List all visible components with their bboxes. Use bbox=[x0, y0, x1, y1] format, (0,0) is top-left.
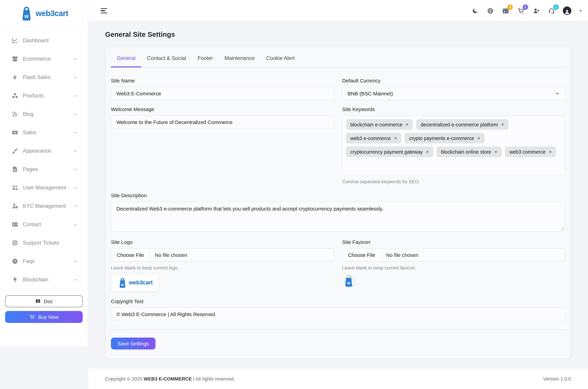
svg-text:?: ? bbox=[14, 259, 16, 263]
site-name-input[interactable] bbox=[111, 87, 334, 100]
sidebar-item-label: Faqs bbox=[23, 258, 73, 264]
resize-handle-icon[interactable] bbox=[560, 227, 564, 230]
keyword-tag[interactable]: decentralized e-commerce platform × bbox=[416, 119, 508, 130]
user-avatar[interactable] bbox=[563, 6, 571, 15]
sidebar-item-label: Ecommerce bbox=[23, 56, 73, 62]
choose-file-button[interactable]: Choose File bbox=[111, 249, 150, 261]
settings-tabs: General Contact & Social Footer Maintena… bbox=[111, 55, 565, 67]
site-logo-group: Site Logo Choose File No file chosen Lea… bbox=[111, 239, 334, 292]
remove-tag-button[interactable]: × bbox=[495, 149, 497, 154]
top-header: 1 1 bbox=[88, 0, 588, 22]
copyright-text-input[interactable] bbox=[111, 308, 565, 321]
remove-tag-button[interactable]: × bbox=[477, 135, 480, 141]
svg-text:w: w bbox=[121, 282, 124, 287]
settings-card: General Contact & Social Footer Maintena… bbox=[105, 47, 571, 359]
sidebar-item-products[interactable]: Products bbox=[0, 87, 88, 105]
site-logo-preview: w web3cart bbox=[111, 274, 159, 292]
remove-tag-button[interactable]: × bbox=[502, 122, 504, 127]
dark-mode-button[interactable] bbox=[471, 7, 479, 15]
keyword-tag[interactable]: web3 e-commerce × bbox=[346, 133, 401, 143]
site-logo-helper: Leave blank to keep current logo. bbox=[111, 265, 334, 270]
sidebar-item-label: KYC Management bbox=[23, 203, 73, 209]
chevron-down-icon bbox=[73, 57, 78, 61]
brand-logo[interactable]: w web3cart bbox=[0, 0, 88, 27]
sidebar-item-pages[interactable]: Pages bbox=[0, 160, 88, 178]
remove-tag-button[interactable]: × bbox=[549, 149, 552, 154]
sidebar-item-support-tickets[interactable]: Support Tickets bbox=[0, 234, 88, 252]
chevron-down-icon bbox=[73, 167, 78, 171]
sidebar-item-label: Sales bbox=[23, 130, 73, 135]
chart-line-icon bbox=[11, 37, 18, 44]
buy-now-button[interactable]: Buy Now bbox=[5, 311, 83, 323]
brand-name: web3cart bbox=[129, 279, 152, 286]
sidebar-item-label: Blockchain bbox=[23, 277, 73, 283]
remove-tag-button[interactable]: × bbox=[406, 122, 408, 127]
keyword-tag[interactable]: crypto payments e-commerce × bbox=[405, 133, 485, 143]
chevron-down-icon bbox=[73, 149, 78, 153]
globe-icon bbox=[487, 7, 494, 14]
sidebar-item-dashboard[interactable]: Dashboard bbox=[0, 31, 88, 50]
site-logo-file-input[interactable]: Choose File No file chosen bbox=[111, 248, 334, 261]
sidebar-item-label: Support Tickets bbox=[23, 240, 78, 246]
brand-name: web3cart bbox=[36, 9, 68, 18]
form-divider bbox=[111, 330, 565, 330]
keyword-tag[interactable]: web3 commerce × bbox=[505, 146, 556, 157]
sidebar-item-blog[interactable]: Blog bbox=[0, 105, 88, 123]
sidebar-item-sales[interactable]: Sales bbox=[0, 123, 88, 142]
chevron-down-icon bbox=[73, 259, 78, 263]
sidebar-item-appearance[interactable]: Appearance bbox=[0, 142, 88, 160]
welcome-message-input[interactable] bbox=[111, 115, 334, 129]
menu-toggle-button[interactable] bbox=[101, 8, 108, 13]
tab-contact-social[interactable]: Contact & Social bbox=[141, 55, 192, 67]
chevron-down-icon bbox=[73, 130, 78, 135]
life-ring-icon bbox=[11, 239, 18, 246]
keyword-tag[interactable]: blockchain e-commerce × bbox=[346, 119, 413, 130]
save-settings-button[interactable]: Save Settings bbox=[111, 338, 155, 350]
keyword-tag-label: blockchain online store bbox=[441, 149, 491, 155]
sidebar-item-faqs[interactable]: ? Faqs bbox=[0, 252, 88, 270]
sidebar-item-label: Products bbox=[23, 93, 73, 99]
keyword-tag[interactable]: cryptocurrency payment gateway × bbox=[346, 146, 433, 157]
site-logo-label: Site Logo bbox=[111, 239, 334, 245]
file-status: No file chosen bbox=[150, 249, 192, 261]
keyword-tag-label: blockchain e-commerce bbox=[350, 122, 402, 127]
site-description-input[interactable]: Decentralized Web3 e-commerce platform t… bbox=[111, 202, 565, 232]
choose-file-button[interactable]: Choose File bbox=[342, 249, 381, 261]
site-favicon-file-input[interactable]: Choose File No file chosen bbox=[342, 248, 565, 261]
remove-tag-button[interactable]: × bbox=[426, 149, 429, 154]
chevron-down-icon bbox=[555, 91, 560, 96]
sidebar-item-kyc-management[interactable]: KYC Management bbox=[0, 197, 88, 215]
support-button[interactable]: 1 bbox=[548, 7, 556, 15]
tab-footer[interactable]: Footer bbox=[192, 55, 219, 67]
doc-button[interactable]: Doc bbox=[5, 295, 83, 307]
cart-button[interactable]: 1 bbox=[517, 7, 525, 15]
remove-tag-button[interactable]: × bbox=[394, 135, 397, 141]
sidebar-item-contact[interactable]: Contact bbox=[0, 215, 88, 234]
chevron-down-icon bbox=[73, 75, 78, 80]
tab-general[interactable]: General bbox=[111, 55, 141, 67]
shopping-bag-logo-icon: w bbox=[117, 277, 127, 288]
tab-cookie-alert[interactable]: Cookie Alert bbox=[260, 55, 301, 67]
sidebar-item-label: Pages bbox=[23, 166, 73, 172]
keyword-tag[interactable]: blockchain online store × bbox=[437, 146, 502, 157]
chevron-down-icon bbox=[73, 94, 78, 98]
copyright-text-label: Copyright Text bbox=[111, 298, 565, 304]
sidebar-item-blockchain[interactable]: Blockchain bbox=[0, 270, 88, 289]
bolt-icon bbox=[11, 74, 18, 81]
tab-maintenance[interactable]: Maintenance bbox=[219, 55, 260, 67]
cart-icon bbox=[29, 314, 35, 320]
sidebar-item-flash-sales[interactable]: Flash Sales bbox=[0, 68, 88, 87]
language-button[interactable] bbox=[486, 7, 494, 15]
sidebar-item-label: User Management bbox=[23, 185, 73, 191]
sidebar-item-user-management[interactable]: User Management bbox=[0, 178, 88, 197]
buy-now-button-label: Buy Now bbox=[38, 314, 58, 320]
users-gear-icon bbox=[11, 184, 18, 191]
site-keywords-input[interactable]: blockchain e-commerce × decentralized e-… bbox=[342, 115, 565, 175]
chevron-down-icon bbox=[73, 222, 78, 227]
default-currency-select[interactable]: BNB (BSC Mainnet) bbox=[342, 87, 565, 100]
add-user-button[interactable] bbox=[532, 7, 540, 15]
site-keywords-helper: Comma-separated keywords for SEO. bbox=[342, 179, 565, 184]
sidebar-item-ecommerce[interactable]: Ecommerce bbox=[0, 50, 88, 68]
kyc-notifications-button[interactable]: 1 bbox=[502, 7, 510, 15]
caret-down-icon[interactable] bbox=[579, 9, 583, 13]
